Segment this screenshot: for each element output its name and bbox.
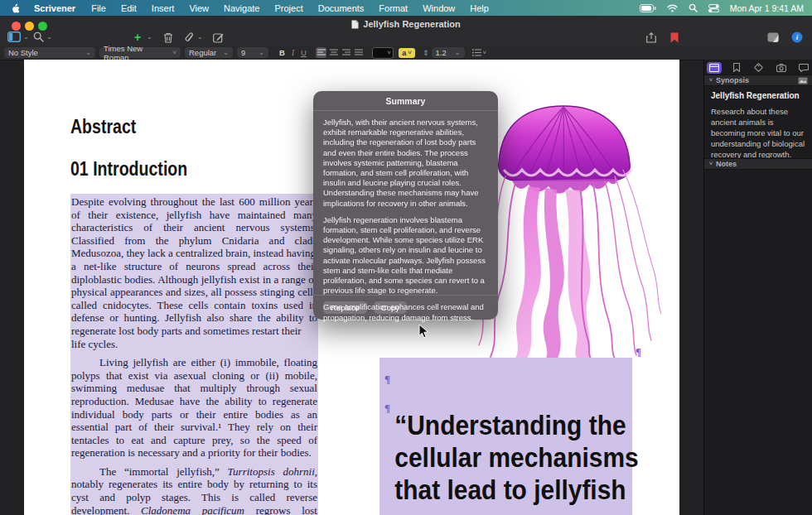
text-color-well[interactable]: ˅ [372, 47, 394, 59]
copy-button[interactable]: Copy [374, 301, 407, 314]
chevron-down-icon: ˅ [483, 51, 487, 55]
pull-quote-text[interactable]: “Understanding the cellular mechanisms t… [379, 409, 632, 506]
paragraph-1[interactable]: Despite evolving throughout the last 600… [71, 195, 317, 350]
synopsis-title[interactable]: Jellyfish Regeneration [711, 91, 809, 100]
spotlight-search-icon[interactable] [689, 3, 698, 12]
menu-file[interactable]: File [84, 3, 114, 13]
replace-button[interactable]: Replace [323, 301, 367, 314]
binder-chevron-icon[interactable]: ⌄ [23, 35, 29, 40]
align-justify-icon[interactable] [353, 47, 364, 58]
chevron-down-icon: ˅ [709, 161, 713, 166]
menubar-clock[interactable]: Mon Apr 1 9:41 AM [730, 3, 804, 13]
chevron-down-icon: ⌄ [455, 51, 461, 55]
inspector-tabs [704, 60, 812, 75]
menu-scrivener[interactable]: Scrivener [26, 3, 84, 13]
underline-button[interactable]: U [298, 48, 309, 57]
menu-help[interactable]: Help [462, 3, 496, 13]
menu-bar: Scrivener File Edit Insert View Navigate… [0, 0, 812, 16]
line-spacing-dropdown[interactable]: 1.2⌄ [432, 47, 465, 58]
synopsis-text[interactable]: Research about these ancient animals is … [711, 106, 809, 160]
summary-paragraph: Jellyfish, with their ancient nervous sy… [323, 118, 488, 209]
tab-bookmarks-icon[interactable] [729, 62, 744, 74]
menu-project[interactable]: Project [267, 3, 310, 13]
menu-window[interactable]: Window [415, 3, 462, 13]
synopsis-image-icon[interactable] [798, 77, 808, 84]
summary-popup-title: Summary [313, 91, 498, 111]
menu-documents[interactable]: Documents [311, 3, 372, 13]
chevron-down-icon: ˅ [172, 51, 176, 55]
paperclip-chevron-icon[interactable]: ⌄ [197, 35, 203, 40]
pilcrow-mark: ¶ [636, 345, 641, 359]
chevron-down-icon: ˅ [387, 51, 391, 55]
font-variant-dropdown[interactable]: Regular⌄ [185, 47, 233, 58]
line-spacing-arrows-icon: ⇕ [423, 49, 429, 57]
search-icon[interactable] [33, 31, 44, 42]
search-chevron-icon[interactable]: ⌄ [46, 35, 52, 40]
italic-button[interactable]: I [288, 49, 298, 57]
menu-format[interactable]: Format [371, 3, 415, 13]
menu-navigate[interactable]: Navigate [216, 3, 267, 13]
chevron-down-icon: ˅ [709, 78, 713, 83]
heading-abstract[interactable]: Abstract [70, 116, 147, 138]
synopsis-section-header[interactable]: ˅ Synopsis [704, 75, 812, 86]
style-dropdown[interactable]: No Style⌄ [4, 47, 95, 58]
list-style-button[interactable]: ˅ [472, 49, 487, 56]
summary-popup: Summary Jellyfish, with their ancient ne… [313, 91, 498, 320]
bold-button[interactable]: B [277, 48, 288, 57]
pull-quote-block[interactable]: ¶ ¶ “Understanding the cellular mechanis… [379, 358, 632, 515]
heading-introduction[interactable]: 01 Introduction [70, 158, 208, 180]
menu-view[interactable]: View [181, 3, 216, 13]
bookmark-icon[interactable] [670, 32, 679, 43]
summary-paragraph: Jellyfish regeneration involves blastema… [323, 215, 488, 296]
font-dropdown[interactable]: Times New Roman˅ [99, 47, 181, 58]
trash-icon[interactable] [163, 32, 173, 43]
menu-edit[interactable]: Edit [114, 3, 144, 13]
chevron-down-icon: ⌄ [259, 51, 264, 55]
share-icon[interactable] [646, 32, 656, 43]
align-right-icon[interactable] [341, 47, 351, 58]
align-left-icon[interactable] [316, 47, 326, 58]
document-icon [351, 20, 359, 29]
tab-comments-icon[interactable] [796, 62, 811, 74]
notes-section-header[interactable]: ˅ Notes [704, 158, 812, 170]
menu-insert[interactable]: Insert [144, 3, 182, 13]
inspector-panel: ˅ Synopsis Jellyfish Regeneration Resear… [703, 60, 812, 515]
paragraph-2[interactable]: Living jellyfish are either (i) immobile… [71, 356, 317, 460]
tab-notes-icon[interactable] [707, 62, 722, 74]
format-bar: No Style⌄ Times New Roman˅ Regular⌄ 9⌄ B… [0, 46, 812, 60]
highlight-color-well[interactable]: a˅ [399, 48, 415, 58]
tab-snapshots-icon[interactable] [774, 62, 789, 74]
summary-popup-body: Jellyfish, with their ancient nervous sy… [313, 111, 498, 323]
control-center-icon[interactable] [708, 4, 719, 12]
paragraph-3[interactable]: The “immortal jellyfish,” Turritopsis do… [71, 465, 317, 515]
panel-toggle-icon[interactable] [767, 32, 779, 42]
wifi-icon[interactable] [667, 4, 678, 12]
chevron-down-icon: ⌄ [223, 51, 229, 55]
align-center-icon[interactable] [328, 47, 339, 58]
apple-menu-icon[interactable] [0, 2, 26, 13]
pilcrow-mark: ¶ [384, 373, 390, 386]
font-size-dropdown[interactable]: 9⌄ [237, 47, 268, 58]
inspector-info-button[interactable]: i [791, 31, 803, 43]
tab-metadata-icon[interactable] [752, 62, 766, 74]
chevron-down-icon: ˅ [408, 51, 412, 55]
battery-icon[interactable] [640, 4, 656, 12]
body-text-block[interactable]: Despite evolving throughout the last 600… [70, 194, 318, 515]
window-title: Jellyfish Regeneration [0, 19, 812, 29]
chevron-down-icon: ⌄ [85, 51, 91, 55]
add-item-icon[interactable]: + [134, 31, 141, 44]
add-item-chevron-icon[interactable]: ⌄ [147, 35, 152, 40]
compose-icon[interactable] [213, 32, 224, 43]
paperclip-icon[interactable] [185, 32, 195, 43]
binder-toggle-icon[interactable] [7, 31, 21, 42]
